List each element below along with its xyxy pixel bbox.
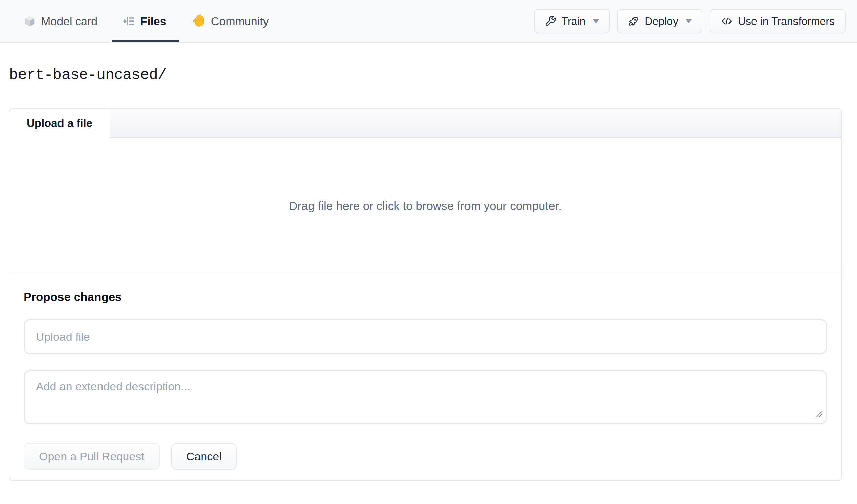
code-icon: [721, 15, 733, 27]
upload-panel-tabstrip: Upload a file: [10, 108, 841, 138]
repo-action-buttons: Train Deploy: [534, 9, 845, 33]
repo-tab-bar: Model card Files: [0, 0, 857, 43]
use-in-transformers-button[interactable]: Use in Transformers: [710, 9, 845, 33]
open-pull-request-button[interactable]: Open a Pull Request: [23, 443, 160, 470]
active-tab-underline: [112, 40, 179, 42]
page: Model card Files: [0, 0, 857, 504]
waving-hand-icon: [192, 14, 206, 28]
tab-label: Files: [140, 15, 166, 28]
tab-files[interactable]: Files: [123, 0, 166, 42]
button-label: Train: [561, 15, 586, 28]
commit-title-input[interactable]: [23, 319, 827, 354]
upload-tab-label: Upload a file: [27, 117, 93, 130]
caret-down-icon: [686, 19, 692, 23]
form-buttons: Open a Pull Request Cancel: [23, 443, 827, 470]
repo-path[interactable]: bert-base-uncased/: [9, 67, 166, 84]
tab-community[interactable]: Community: [192, 0, 269, 42]
resize-handle-icon[interactable]: [814, 409, 823, 419]
description-field-wrapper: [23, 370, 827, 424]
propose-changes-section: Propose changes Open a Pull Request Canc…: [10, 274, 841, 481]
tab-label: Community: [211, 15, 269, 28]
tab-model-card[interactable]: Model card: [23, 0, 98, 42]
file-versions-icon: [123, 15, 135, 27]
deploy-button[interactable]: Deploy: [617, 9, 702, 33]
tab-label: Model card: [41, 15, 98, 28]
dropzone-text: Drag file here or click to browse from y…: [289, 199, 561, 213]
cube-icon: [23, 15, 36, 28]
button-label: Use in Transformers: [738, 15, 835, 28]
extended-description-textarea[interactable]: [23, 370, 827, 424]
button-label: Deploy: [644, 15, 678, 28]
propose-changes-heading: Propose changes: [23, 290, 827, 304]
cancel-button[interactable]: Cancel: [171, 443, 237, 470]
breadcrumb[interactable]: bert-base-uncased/: [9, 67, 857, 84]
train-button[interactable]: Train: [534, 9, 610, 33]
upload-a-file-tab[interactable]: Upload a file: [10, 108, 110, 138]
rocket-icon: [628, 15, 639, 27]
upload-panel: Upload a file Drag file here or click to…: [9, 108, 842, 481]
file-dropzone[interactable]: Drag file here or click to browse from y…: [10, 138, 841, 274]
wrench-icon: [545, 15, 556, 27]
caret-down-icon: [593, 19, 599, 23]
tabstrip-filler: [110, 108, 841, 138]
